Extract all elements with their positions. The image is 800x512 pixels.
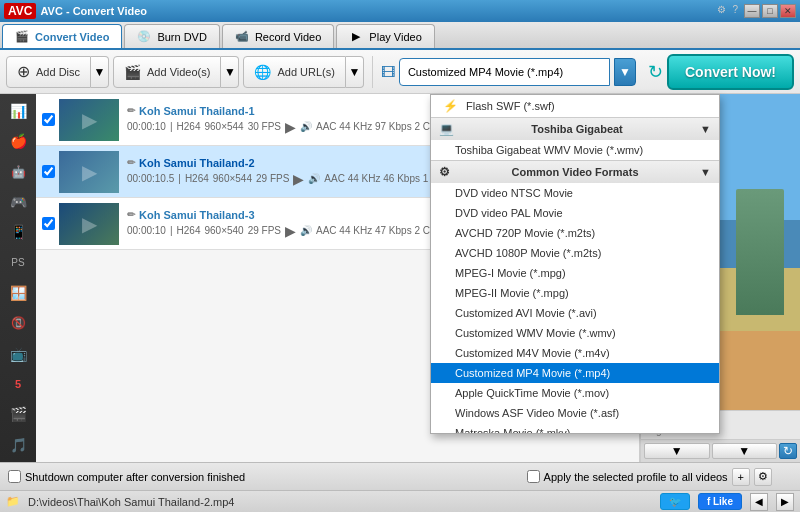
preview-controls: ▼ ▼ ↻ [641, 439, 800, 462]
dropdown-item-mpeg1[interactable]: MPEG-I Movie (*.mpg) [431, 263, 719, 283]
video2-duration: 00:00:10.5 [127, 173, 174, 184]
video3-duration: 00:00:10 [127, 225, 166, 236]
common-video-icon: ⚙ [439, 165, 450, 179]
dropdown-item-flash[interactable]: ⚡ Flash SWF (*.swf) [431, 95, 719, 117]
title-bar-text: AVC - Convert Video [40, 5, 147, 17]
tab-play-video[interactable]: ▶ Play Video [336, 24, 434, 48]
sidebar-item-html5[interactable]: 5 [2, 370, 34, 398]
convert-now-button[interactable]: Convert Now! [667, 54, 794, 90]
tab-record-video[interactable]: 📹 Record Video [222, 24, 334, 48]
video3-volume-icon: 🔊 [300, 225, 312, 236]
convert-video-tab-icon: 🎬 [15, 30, 29, 44]
dropdown-item-avi[interactable]: Customized AVI Movie (*.avi) [431, 303, 719, 323]
toshiba-chevron-icon: ▼ [700, 123, 711, 135]
sidebar-item-chart[interactable]: 📊 [2, 97, 34, 125]
gear-profile-icon[interactable]: ⚙ [754, 468, 772, 486]
toshiba-icon: 💻 [439, 122, 454, 136]
nav-prev-button[interactable]: ◀ [750, 493, 768, 511]
add-videos-button[interactable]: 🎬 Add Video(s) [113, 56, 221, 88]
maximize-button[interactable]: □ [762, 4, 778, 18]
refresh-icon: ↻ [648, 61, 663, 83]
sidebar-item-phone[interactable]: 📵 [2, 309, 34, 337]
sidebar-item-music[interactable]: 🎵 [2, 431, 34, 459]
format-selector: 🎞 Customized MP4 Movie (*.mp4) ▼ [381, 58, 636, 86]
add-url-icon: 🌐 [254, 64, 271, 80]
sidebar-item-apple[interactable]: 🍎 [2, 127, 34, 155]
help-icon[interactable]: ? [732, 4, 738, 18]
preview-dropdown-1[interactable]: ▼ [644, 443, 710, 459]
facebook-button[interactable]: f Like [698, 493, 742, 510]
dropdown-item-mp4[interactable]: Customized MP4 Movie (*.mp4) [431, 363, 719, 383]
video-checkbox-1[interactable] [42, 113, 55, 126]
dropdown-item-avchd-720[interactable]: AVCHD 720P Movie (*.m2ts) [431, 223, 719, 243]
sidebar-item-tv[interactable]: 📺 [2, 340, 34, 368]
add-profile-icon[interactable]: + [732, 468, 750, 486]
video2-volume-icon: 🔊 [308, 173, 320, 184]
play-video-tab-icon: ▶ [349, 30, 363, 44]
dropdown-item-mkv[interactable]: Matroska Movie (*.mkv) [431, 423, 719, 434]
dropdown-item-dvd-pal[interactable]: DVD video PAL Movie [431, 203, 719, 223]
app-logo: AVC [4, 3, 36, 19]
tab-bar: 🎬 Convert Video 💿 Burn DVD 📹 Record Vide… [0, 22, 800, 50]
toolbar-separator [372, 56, 373, 88]
add-disc-dropdown[interactable]: ▼ [91, 56, 109, 88]
pencil-icon-3: ✏ [127, 209, 135, 220]
format-dropdown-arrow[interactable]: ▼ [614, 58, 636, 86]
common-chevron-icon: ▼ [700, 166, 711, 178]
apply-profile-checkbox[interactable] [527, 470, 540, 483]
add-url-dropdown[interactable]: ▼ [346, 56, 364, 88]
add-videos-icon: 🎬 [124, 64, 141, 80]
dropdown-item-dvd-ntsc[interactable]: DVD video NTSC Movie [431, 183, 719, 203]
sidebar-item-windows[interactable]: 🪟 [2, 279, 34, 307]
add-url-button[interactable]: 🌐 Add URL(s) [243, 56, 345, 88]
flash-icon: ⚡ [443, 99, 458, 113]
main-content: 📊 🍎 🤖 🎮 📱 PS 🪟 📵 📺 5 🎬 🎵 ▶ ✏ Koh Samui T… [0, 94, 800, 462]
dropdown-section-toshiba[interactable]: 💻 Toshiba Gigabeat ▼ [431, 117, 719, 140]
sidebar-item-sony[interactable]: PS [2, 249, 34, 277]
sidebar-item-gamepad[interactable]: 🎮 [2, 188, 34, 216]
film-strip-icon: 🎞 [381, 64, 395, 80]
preview-tree [736, 189, 784, 315]
video2-audio-icon: ▶ [293, 171, 304, 187]
twitter-button[interactable]: 🐦 [660, 493, 690, 510]
dropdown-item-m4v[interactable]: Customized M4V Movie (*.m4v) [431, 343, 719, 363]
preview-refresh-icon[interactable]: ↻ [779, 443, 797, 459]
tab-burn-dvd[interactable]: 💿 Burn DVD [124, 24, 220, 48]
format-dropdown-menu: ⚡ Flash SWF (*.swf) 💻 Toshiba Gigabeat ▼… [430, 94, 720, 434]
video-checkbox-3[interactable] [42, 217, 55, 230]
dropdown-item-toshiba-wmv[interactable]: Toshiba Gigabeat WMV Movie (*.wmv) [431, 140, 719, 160]
video3-audio-icon: ▶ [285, 223, 296, 239]
convert-now-group: ↻ Convert Now! [648, 54, 794, 90]
close-button[interactable]: ✕ [780, 4, 796, 18]
toolbar: ⊕ Add Disc ▼ 🎬 Add Video(s) ▼ 🌐 Add URL(… [0, 50, 800, 94]
status-bar: 📁 D:\videos\Thai\Koh Samui Thailand-2.mp… [0, 490, 800, 512]
minimize-button[interactable]: — [744, 4, 760, 18]
dropdown-item-mpeg2[interactable]: MPEG-II Movie (*.mpg) [431, 283, 719, 303]
video-checkbox-2[interactable] [42, 165, 55, 178]
sidebar-item-android[interactable]: 🤖 [2, 158, 34, 186]
title-bar-controls: ⚙ ? — □ ✕ [717, 4, 796, 18]
preview-dropdown-2[interactable]: ▼ [712, 443, 778, 459]
video1-duration: 00:00:10 [127, 121, 166, 132]
dropdown-item-avchd-1080[interactable]: AVCHD 1080P Movie (*.m2ts) [431, 243, 719, 263]
add-videos-dropdown[interactable]: ▼ [221, 56, 239, 88]
video-thumb-3: ▶ [59, 203, 119, 245]
sidebar-item-huawei[interactable]: 📱 [2, 218, 34, 246]
add-disc-button[interactable]: ⊕ Add Disc [6, 56, 91, 88]
format-dropdown[interactable]: Customized MP4 Movie (*.mp4) [399, 58, 610, 86]
nav-next-button[interactable]: ▶ [776, 493, 794, 511]
tab-convert-video[interactable]: 🎬 Convert Video [2, 24, 122, 48]
shutdown-checkbox[interactable] [8, 470, 21, 483]
dropdown-item-mov[interactable]: Apple QuickTime Movie (*.mov) [431, 383, 719, 403]
chevron-down-icon: ▼ [619, 65, 631, 79]
settings-icon[interactable]: ⚙ [717, 4, 726, 18]
shutdown-checkbox-label[interactable]: Shutdown computer after conversion finis… [8, 470, 245, 483]
status-path: D:\videos\Thai\Koh Samui Thailand-2.mp4 [28, 496, 652, 508]
add-url-group: 🌐 Add URL(s) ▼ [243, 56, 363, 88]
sidebar-item-film[interactable]: 🎬 [2, 400, 34, 428]
dropdown-item-asf[interactable]: Windows ASF Video Movie (*.asf) [431, 403, 719, 423]
apply-profile-section: Apply the selected profile to all videos… [527, 468, 792, 486]
dropdown-section-common[interactable]: ⚙ Common Video Formats ▼ [431, 160, 719, 183]
dropdown-item-wmv[interactable]: Customized WMV Movie (*.wmv) [431, 323, 719, 343]
pencil-icon-2: ✏ [127, 157, 135, 168]
